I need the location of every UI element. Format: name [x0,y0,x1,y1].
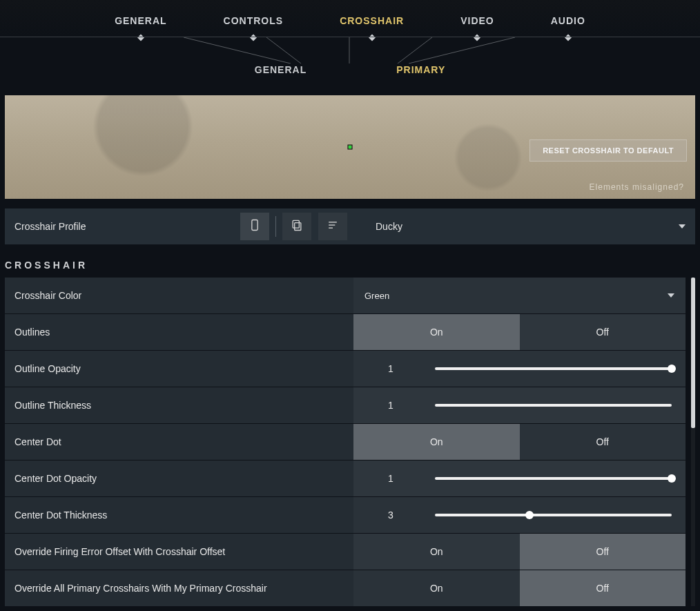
svg-rect-1 [295,223,301,231]
toggle-on[interactable]: On [353,534,520,570]
setting-toggle: OnOff [353,314,686,350]
toggle-off[interactable]: Off [520,570,686,606]
settings-row: Center Dot Thickness3 [5,497,686,533]
slider-value: 3 [353,510,428,521]
tab-audio[interactable]: AUDIO [551,15,585,37]
setting-dropdown[interactable]: Green [353,278,686,313]
top-nav: GENERAL CONTROLS CROSSHAIR VIDEO AUDIO [0,0,700,37]
settings-panel: Crosshair ColorGreenOutlinesOnOffOutline… [5,278,695,606]
toggle-off[interactable]: Off [520,424,686,460]
setting-slider: 1 [353,387,686,423]
profile-copy-button[interactable] [282,213,311,240]
setting-label: Center Dot [5,424,353,460]
setting-toggle: OnOff [353,424,686,460]
crosshair-profile-bar: Crosshair Profile Ducky [5,208,695,244]
phone-icon [248,218,262,235]
tab-crosshair[interactable]: CROSSHAIR [340,15,404,37]
setting-control: 1 [353,387,686,423]
list-icon [326,218,340,235]
setting-label: Outlines [5,314,353,350]
svg-rect-2 [293,220,299,228]
profile-list-button[interactable] [318,213,347,240]
setting-control: 1 [353,351,686,387]
chevron-down-icon [679,224,686,229]
divider [275,216,276,237]
setting-control: 1 [353,460,686,496]
toggle-on[interactable]: On [353,314,520,350]
crosshair-dot [349,146,352,149]
setting-dropdown-value: Green [364,291,389,301]
settings-row: Outline Opacity1 [5,351,686,387]
setting-slider: 3 [353,497,686,533]
slider-value: 1 [353,363,428,374]
subtab-general[interactable]: GENERAL [255,64,307,75]
toggle-off[interactable]: Off [520,534,686,570]
toggle-on[interactable]: On [353,424,520,460]
slider-value: 1 [353,473,428,484]
setting-control: OnOff [353,534,686,570]
slider-value: 1 [353,400,428,411]
setting-label: Crosshair Color [5,278,353,313]
crosshair-preview: RESET CROSSHAIR TO DEFAULT Elements misa… [5,95,695,199]
slider-track[interactable] [428,404,686,407]
sub-nav: GENERAL PRIMARY [0,48,700,91]
setting-label: Override Firing Error Offset With Crossh… [5,534,353,570]
settings-row: OutlinesOnOff [5,314,686,350]
slider-track[interactable] [428,477,686,480]
slider-thumb[interactable] [668,474,676,483]
settings-row: Crosshair ColorGreen [5,278,686,313]
misaligned-link[interactable]: Elements misaligned? [590,182,684,192]
tab-video[interactable]: VIDEO [460,15,494,37]
scrollbar-thumb[interactable] [691,278,695,428]
reset-crosshair-button[interactable]: RESET CROSSHAIR TO DEFAULT [529,139,687,162]
toggle-off[interactable]: Off [520,314,686,350]
setting-control: 3 [353,497,686,533]
scrollbar[interactable] [691,278,695,606]
setting-label: Center Dot Opacity [5,460,353,496]
profile-label: Crosshair Profile [5,221,237,232]
settings-row: Center DotOnOff [5,424,686,460]
profile-phone-button[interactable] [240,213,269,240]
setting-label: Outline Opacity [5,351,353,387]
slider-track[interactable] [428,367,686,370]
setting-label: Override All Primary Crosshairs With My … [5,570,353,606]
setting-toggle: OnOff [353,570,686,606]
chevron-down-icon [668,293,674,298]
tab-general[interactable]: GENERAL [115,15,166,37]
settings-row: Outline Thickness1 [5,387,686,423]
slider-track[interactable] [428,514,686,516]
svg-rect-0 [252,220,257,231]
copy-icon [290,218,304,235]
setting-control: OnOff [353,424,686,460]
settings-row: Override Firing Error Offset With Crossh… [5,534,686,570]
setting-toggle: OnOff [353,534,686,570]
toggle-on[interactable]: On [353,570,520,606]
settings-row: Center Dot Opacity1 [5,460,686,496]
section-title: CROSSHAIR [5,260,695,271]
setting-control: Green [353,278,686,313]
setting-label: Outline Thickness [5,387,353,423]
setting-control: OnOff [353,314,686,350]
profile-select-value: Ducky [376,221,402,232]
slider-thumb[interactable] [668,365,676,373]
setting-label: Center Dot Thickness [5,497,353,533]
setting-slider: 1 [353,460,686,496]
tab-controls[interactable]: CONTROLS [224,15,284,37]
setting-slider: 1 [353,351,686,387]
profile-select[interactable]: Ducky [366,208,695,244]
settings-row: Override All Primary Crosshairs With My … [5,570,686,606]
slider-thumb[interactable] [525,511,534,519]
setting-control: OnOff [353,570,686,606]
subtab-primary[interactable]: PRIMARY [396,64,445,75]
